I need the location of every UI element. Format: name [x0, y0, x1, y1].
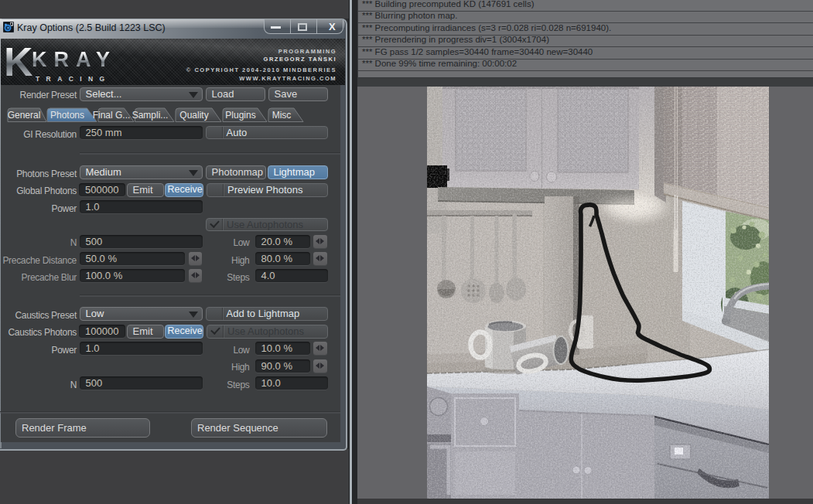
- svg-text:Sampli...: Sampli...: [132, 110, 169, 121]
- svg-text:Quality: Quality: [179, 110, 208, 121]
- svg-text:Misc: Misc: [272, 110, 292, 121]
- svg-text:Final G...: Final G...: [93, 110, 131, 121]
- svg-text:Plugins: Plugins: [225, 110, 255, 121]
- svg-text:Photons: Photons: [50, 110, 84, 121]
- svg-text:General: General: [8, 110, 41, 121]
